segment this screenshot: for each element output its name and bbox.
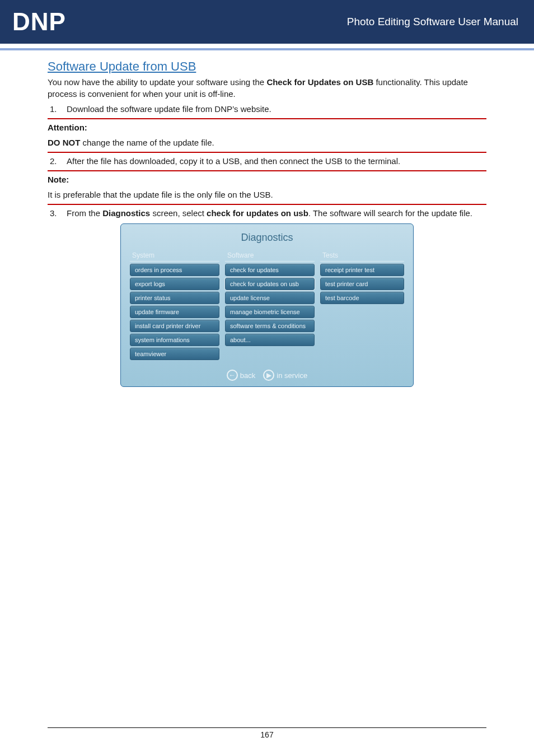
manage-biometric-license-button[interactable]: manage biometric license [225,306,315,318]
step-3-bold-2: check for updates on usb [207,208,308,218]
software-terms-conditions-button[interactable]: software terms & conditions [225,320,315,332]
column-system-head: System [130,250,219,262]
page-footer: 167 [48,727,486,739]
diagnostics-columns: System orders in process export logs pri… [127,250,407,362]
diagnostics-panel: Diagnostics System orders in process exp… [120,223,414,387]
step-2: 2. After the file has downloaded, copy i… [48,155,486,167]
intro-paragraph: You now have the ability to update your … [48,76,486,100]
attention-bold: DO NOT [48,138,80,147]
content-area: Software Update from USB You now have th… [0,50,534,387]
column-tests: Tests receipt printer test test printer … [320,250,404,362]
column-software-head: Software [225,250,315,262]
check-for-updates-button[interactable]: check for updates [225,264,315,276]
orders-in-process-button[interactable]: orders in process [130,264,219,276]
attention-rule-top [48,118,486,119]
footer-rule [48,727,486,728]
note-line: It is preferable that the update file is… [48,189,486,200]
back-arrow-icon: ← [227,370,238,381]
test-printer-card-button[interactable]: test printer card [320,278,404,290]
teamviewer-button[interactable]: teamviewer [130,348,219,360]
page-number: 167 [48,730,486,739]
attention-rest: change the name of the update file. [80,138,214,147]
back-button[interactable]: ← back [227,370,255,381]
receipt-printer-test-button[interactable]: receipt printer test [320,264,404,276]
update-firmware-button[interactable]: update firmware [130,306,219,318]
printer-status-button[interactable]: printer status [130,292,219,304]
intro-prefix: You now have the ability to update your … [48,77,266,87]
update-license-button[interactable]: update license [225,292,315,304]
step-3-text: From the Diagnostics screen, select chec… [67,207,486,219]
note-label: Note: [48,174,486,185]
step-3-suffix: . The software will search for the updat… [308,208,472,218]
logo-text: DNP [12,8,66,36]
diagnostics-footer: ← back ▶ in service [127,370,407,381]
column-software: Software check for updates check for upd… [225,250,315,362]
step-3-prefix: From the [67,208,102,218]
check-for-updates-on-usb-button[interactable]: check for updates on usb [225,278,315,290]
step-3-number: 3. [48,207,67,219]
note-rule-top [48,170,486,171]
install-card-printer-driver-button[interactable]: install card printer driver [130,320,219,332]
logo: DNP [12,8,66,36]
step-1: 1. Download the software update file fro… [48,103,486,115]
attention-label: Attention: [48,122,486,133]
step-3-bold-1: Diagnostics [102,208,150,218]
about-button[interactable]: about... [225,334,315,346]
system-informations-button[interactable]: system informations [130,334,219,346]
step-3-mid: screen, select [150,208,207,218]
header-title: Photo Editing Software User Manual [347,16,518,28]
step-1-text: Download the software update file from D… [67,103,486,115]
diagnostics-title: Diagnostics [127,232,407,244]
step-2-text: After the file has downloaded, copy it t… [67,155,486,167]
back-label: back [240,371,255,380]
play-icon: ▶ [263,370,274,381]
attention-line: DO NOT change the name of the update fil… [48,137,486,148]
step-3: 3. From the Diagnostics screen, select c… [48,207,486,219]
section-heading: Software Update from USB [48,59,486,74]
attention-rule-bottom [48,152,486,153]
test-barcode-button[interactable]: test barcode [320,292,404,304]
export-logs-button[interactable]: export logs [130,278,219,290]
step-1-number: 1. [48,103,67,115]
note-rule-bottom [48,204,486,205]
in-service-button[interactable]: ▶ in service [263,370,307,381]
intro-bold: Check for Updates on USB [266,77,373,87]
page-header: DNP Photo Editing Software User Manual [0,0,534,44]
diagnostics-screenshot: Diagnostics System orders in process exp… [120,223,414,387]
step-2-number: 2. [48,155,67,167]
column-tests-head: Tests [320,250,404,262]
in-service-label: in service [277,371,307,380]
column-system: System orders in process export logs pri… [130,250,219,362]
